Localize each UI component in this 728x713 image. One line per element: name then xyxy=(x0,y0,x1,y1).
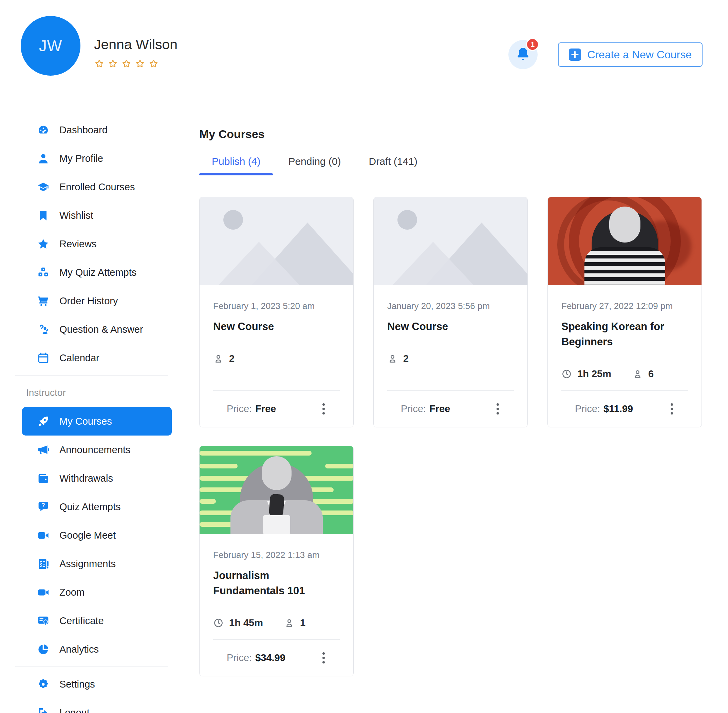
user-identity: Jenna Wilson xyxy=(94,37,178,70)
calendar-icon xyxy=(37,352,49,364)
star-outline-icon xyxy=(94,59,105,69)
course-card-body: February 1, 2023 5:20 amNew Course2Price… xyxy=(200,285,353,427)
sidebar-item-analytics[interactable]: Analytics xyxy=(22,635,172,664)
sidebar-item-reviews[interactable]: Reviews xyxy=(22,230,172,258)
certificate-icon xyxy=(37,615,49,627)
sidebar-item-withdrawals[interactable]: Withdrawals xyxy=(22,464,172,492)
course-title[interactable]: New Course xyxy=(213,319,340,334)
course-price: Price:Free xyxy=(227,403,276,415)
sidebar-item-label: Order History xyxy=(60,295,118,307)
course-card: February 15, 2022 1:13 amJournalism Fund… xyxy=(199,446,354,676)
notifications-button[interactable]: 1 xyxy=(508,40,538,69)
person-icon xyxy=(387,354,398,364)
course-grid: February 1, 2023 5:20 amNew Course2Price… xyxy=(199,197,702,676)
course-meta: 1h 25m6 xyxy=(561,368,688,380)
course-thumbnail-placeholder xyxy=(374,197,528,285)
tab-pending-0-[interactable]: Pending (0) xyxy=(276,156,353,175)
analytics-pie-icon xyxy=(37,643,49,656)
placeholder-sun xyxy=(398,210,417,230)
sidebar-item-assignments[interactable]: Assignments xyxy=(22,549,172,578)
course-card-footer: Price:Free xyxy=(213,391,340,427)
star-outline-icon xyxy=(108,59,118,69)
avatar: JW xyxy=(21,16,81,76)
sidebar-item-label: Question & Answer xyxy=(60,324,143,335)
course-students-count: 2 xyxy=(403,353,409,364)
sidebar-item-label: Assignments xyxy=(60,558,116,570)
sidebar-item-label: My Courses xyxy=(60,416,112,427)
clock-icon xyxy=(213,618,224,628)
star-outline-icon xyxy=(135,59,145,70)
instructor-dashboard-page: JW Jenna Wilson 1 Create a New Course Da… xyxy=(0,0,728,713)
sidebar-item-my-profile[interactable]: My Profile xyxy=(22,144,172,173)
person-icon xyxy=(632,369,643,379)
course-title[interactable]: Journalism Fundamentals 101 xyxy=(213,568,340,598)
course-card-body: January 20, 2023 5:56 pmNew Course2Price… xyxy=(374,285,528,427)
create-course-button[interactable]: Create a New Course xyxy=(558,42,703,67)
sidebar-item-logout[interactable]: Logout xyxy=(22,698,172,713)
avatar-initials: JW xyxy=(39,37,62,55)
header-divider xyxy=(16,100,712,100)
star-outline-icon xyxy=(148,59,159,69)
star-outline-icon xyxy=(121,59,132,69)
sidebar-item-announcements[interactable]: Announcements xyxy=(22,436,172,464)
sidebar-item-label: Quiz Attempts xyxy=(60,501,121,513)
course-date: January 20, 2023 5:56 pm xyxy=(387,301,514,312)
svg-text:?: ? xyxy=(42,502,45,509)
kebab-menu-button[interactable] xyxy=(319,400,328,418)
tab-draft-141-[interactable]: Draft (141) xyxy=(356,156,430,175)
person-icon xyxy=(284,618,294,628)
sidebar-item-settings[interactable]: Settings xyxy=(22,670,172,698)
main-content: My Courses Publish (4)Pending (0)Draft (… xyxy=(172,100,728,713)
sidebar-item-certificate[interactable]: Certificate xyxy=(22,607,172,635)
course-meta: 2 xyxy=(387,353,514,364)
star-outline-icon xyxy=(135,59,145,69)
wallet-icon xyxy=(37,472,49,485)
header-actions: 1 Create a New Course xyxy=(508,40,703,69)
course-students-count: 1 xyxy=(300,618,305,628)
course-meta: 2 xyxy=(213,353,340,364)
course-card: February 1, 2023 5:20 amNew Course2Price… xyxy=(199,197,354,427)
gear-icon xyxy=(37,678,49,691)
course-status-tabs: Publish (4)Pending (0)Draft (141) xyxy=(199,156,702,175)
course-price: Price:Free xyxy=(401,403,450,415)
star-outline-icon xyxy=(148,59,159,70)
sidebar-item-order-history[interactable]: Order History xyxy=(22,286,172,315)
sidebar-item-my-courses[interactable]: My Courses xyxy=(22,407,172,436)
course-card: January 20, 2023 5:56 pmNew Course2Price… xyxy=(373,197,528,427)
kebab-menu-button[interactable] xyxy=(319,649,328,667)
sidebar-item-wishlist[interactable]: Wishlist xyxy=(22,201,172,230)
tab-publish-4-[interactable]: Publish (4) xyxy=(199,156,273,175)
course-date: February 27, 2022 12:09 pm xyxy=(561,301,688,312)
sidebar: DashboardMy ProfileEnrolled CoursesWishl… xyxy=(0,100,172,713)
megaphone-icon xyxy=(37,444,49,456)
course-thumbnail-photo xyxy=(200,446,353,534)
sidebar-item-question-answer[interactable]: Question & Answer xyxy=(22,315,172,344)
sidebar-item-label: Wishlist xyxy=(60,210,93,221)
course-price: Price:$11.99 xyxy=(575,403,633,415)
clock-icon xyxy=(561,369,572,379)
sidebar-item-calendar[interactable]: Calendar xyxy=(22,344,172,372)
kebab-menu-button[interactable] xyxy=(667,400,676,418)
sidebar-item-zoom[interactable]: Zoom xyxy=(22,578,172,607)
user-icon xyxy=(37,152,49,165)
graduation-cap-icon xyxy=(37,181,49,193)
placeholder-sun xyxy=(223,210,243,230)
sidebar-item-quiz-attempts[interactable]: ?Quiz Attempts xyxy=(22,492,172,521)
course-title[interactable]: New Course xyxy=(387,319,514,334)
sidebar-item-label: Certificate xyxy=(60,615,104,626)
course-title[interactable]: Speaking Korean for Beginners xyxy=(561,319,688,349)
cart-icon xyxy=(37,295,49,307)
course-thumbnail-placeholder xyxy=(200,197,353,285)
sidebar-divider xyxy=(15,375,168,376)
sidebar-item-enrolled-courses[interactable]: Enrolled Courses xyxy=(22,173,172,201)
sidebar-item-dashboard[interactable]: Dashboard xyxy=(22,116,172,144)
sidebar-item-label: Announcements xyxy=(60,445,131,455)
course-card-body: February 15, 2022 1:13 amJournalism Fund… xyxy=(200,534,353,676)
sidebar-item-my-quiz-attempts[interactable]: My Quiz Attempts xyxy=(22,258,172,286)
kebab-menu-button[interactable] xyxy=(493,400,502,418)
instructor-portrait xyxy=(548,197,701,285)
header: JW Jenna Wilson 1 Create a New Course xyxy=(0,0,728,100)
star-icon xyxy=(37,238,49,250)
sidebar-item-google-meet[interactable]: Google Meet xyxy=(22,521,172,549)
rating-stars xyxy=(94,59,178,70)
